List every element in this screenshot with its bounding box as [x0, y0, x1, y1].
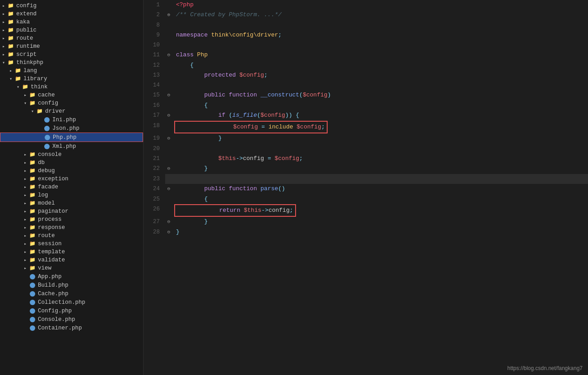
tree-item-Cache.php[interactable]: Cache.php	[0, 289, 143, 298]
code-content: public function __construct($config)	[172, 90, 588, 101]
fold-gutter[interactable]	[165, 90, 172, 101]
code-content	[172, 80, 588, 90]
tree-arrow	[22, 241, 29, 247]
tree-item-lang[interactable]: lang	[0, 67, 143, 75]
tree-item-Xml.php[interactable]: Xml.php	[0, 142, 143, 151]
fold-gutter	[165, 80, 172, 90]
tree-item-runtime[interactable]: runtime	[0, 42, 143, 50]
code-content: if (is_file($config)) {	[172, 110, 588, 121]
tree-item-library[interactable]: library	[0, 75, 143, 83]
tree-item-view[interactable]: view	[0, 264, 143, 272]
code-line: 27 }	[144, 217, 588, 227]
tree-item-exception[interactable]: exception	[0, 175, 143, 183]
code-content: {	[172, 101, 588, 110]
folder-icon	[29, 216, 36, 223]
tree-item-response[interactable]: response	[0, 224, 143, 232]
tree-item-Console.php[interactable]: Console.php	[0, 315, 143, 324]
tree-label: lang	[23, 68, 37, 74]
fold-gutter[interactable]	[165, 184, 172, 194]
code-line: 13 protected $config;	[144, 70, 588, 80]
tree-label: view	[38, 265, 51, 271]
tree-arrow	[22, 233, 29, 238]
folder-icon	[29, 184, 36, 190]
line-number: 23	[144, 174, 165, 184]
tree-item-config-sub[interactable]: config	[0, 99, 143, 107]
tree-label: config	[38, 100, 58, 106]
tree-item-console[interactable]: console	[0, 151, 143, 159]
tree-item-kaka[interactable]: kaka	[0, 18, 143, 26]
fold-gutter	[165, 121, 172, 133]
folder-icon	[14, 68, 22, 74]
tree-item-template[interactable]: template	[0, 248, 143, 256]
tree-item-debug[interactable]: debug	[0, 167, 143, 175]
code-line: 22 }	[144, 164, 588, 174]
file-php-icon	[29, 299, 36, 306]
tree-label: Php.php	[53, 134, 77, 141]
tree-item-Ini.php[interactable]: Ini.php	[0, 115, 143, 124]
tree-item-Build.php[interactable]: Build.php	[0, 281, 143, 289]
tree-label: response	[38, 224, 65, 231]
fold-gutter[interactable]	[165, 227, 172, 238]
tree-item-public[interactable]: public	[0, 26, 143, 34]
tree-item-process[interactable]: process	[0, 215, 143, 224]
fold-gutter[interactable]	[165, 133, 172, 144]
tree-item-Container.php[interactable]: Container.php	[0, 324, 143, 332]
fold-gutter[interactable]	[165, 164, 172, 174]
tree-item-paginator[interactable]: paginator	[0, 207, 143, 215]
tree-arrow	[22, 168, 29, 174]
fold-gutter	[165, 204, 172, 217]
tree-item-App.php[interactable]: App.php	[0, 272, 143, 281]
tree-item-route[interactable]: route	[0, 34, 143, 42]
tree-item-extend[interactable]: extend	[0, 10, 143, 18]
fold-gutter[interactable]	[165, 110, 172, 121]
tree-item-Php.php[interactable]: Php.php	[0, 133, 143, 142]
code-content: return $this->config;	[172, 204, 588, 217]
fold-gutter	[165, 174, 172, 184]
code-line: 1<?php	[144, 0, 588, 10]
tree-arrow	[0, 60, 7, 65]
tree-item-session[interactable]: session	[0, 240, 143, 248]
tree-label: exception	[38, 176, 69, 182]
tree-item-log[interactable]: log	[0, 191, 143, 199]
code-content: /** Created by PhpStorm. ...*/	[172, 10, 588, 20]
code-line: 18 $config = include $config;	[144, 121, 588, 133]
file-php-icon	[29, 316, 36, 323]
fold-gutter[interactable]	[165, 50, 172, 60]
tree-label: public	[16, 27, 37, 33]
tree-item-script[interactable]: script	[0, 50, 143, 59]
tree-item-facade[interactable]: facade	[0, 183, 143, 191]
fold-gutter[interactable]	[165, 10, 172, 20]
folder-icon	[36, 108, 43, 114]
fold-gutter	[165, 101, 172, 110]
tree-item-db[interactable]: db	[0, 159, 143, 167]
code-line: 21 $this->config = $config;	[144, 154, 588, 164]
code-line: 8	[144, 20, 588, 30]
tree-label: Build.php	[38, 282, 69, 288]
tree-label: log	[38, 192, 48, 198]
code-content: <?php	[172, 0, 588, 10]
line-number: 27	[144, 217, 165, 227]
tree-label: library	[23, 76, 47, 82]
code-content	[172, 144, 588, 154]
tree-item-driver[interactable]: driver	[0, 107, 143, 115]
tree-item-Collection.php[interactable]: Collection.php	[0, 298, 143, 306]
line-number: 11	[144, 50, 165, 60]
tree-item-config[interactable]: config	[0, 2, 143, 10]
tree-item-thinkphp[interactable]: thinkphp	[0, 59, 143, 67]
tree-label: Xml.php	[52, 143, 76, 150]
folder-icon	[29, 160, 36, 166]
tree-item-cache[interactable]: cache	[0, 91, 143, 99]
tree-item-Config.php[interactable]: Config.php	[0, 306, 143, 315]
fold-gutter[interactable]	[165, 217, 172, 227]
tree-item-think[interactable]: think	[0, 83, 143, 91]
folder-icon	[22, 84, 29, 90]
code-content: $this->config = $config;	[172, 154, 588, 164]
tree-item-validate[interactable]: validate	[0, 256, 143, 264]
file-php-icon	[29, 282, 36, 288]
tree-arrow	[22, 225, 29, 230]
tree-item-Json.php[interactable]: Json.php	[0, 124, 143, 133]
file-php-icon	[44, 134, 51, 141]
tree-item-model[interactable]: model	[0, 199, 143, 207]
folder-icon	[29, 100, 36, 106]
tree-item-route-sub[interactable]: route	[0, 232, 143, 240]
